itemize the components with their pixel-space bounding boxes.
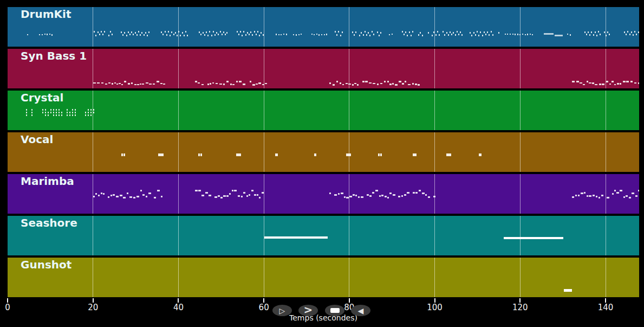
note-mark xyxy=(101,193,102,194)
note-mark xyxy=(418,84,420,86)
track-label: Marimba xyxy=(21,175,74,188)
note-mark xyxy=(378,153,380,156)
track-notes-layer xyxy=(8,49,639,88)
note-mark xyxy=(473,32,474,34)
gridline xyxy=(520,7,521,47)
note-mark xyxy=(137,84,139,85)
axis-tick xyxy=(349,298,350,303)
note-mark xyxy=(409,31,410,33)
note-mark xyxy=(136,34,138,36)
note-mark xyxy=(346,153,351,156)
note-mark xyxy=(555,35,563,36)
track-vocal: Vocal xyxy=(8,132,639,172)
note-mark xyxy=(507,34,508,35)
note-mark xyxy=(346,83,348,84)
note-mark xyxy=(392,34,393,35)
note-mark xyxy=(589,82,591,84)
note-mark xyxy=(67,114,68,116)
gridline xyxy=(264,216,264,255)
note-mark xyxy=(412,83,414,85)
note-mark xyxy=(334,194,337,196)
gridline xyxy=(93,216,93,255)
note-mark xyxy=(415,192,418,194)
stop-icon xyxy=(330,308,340,313)
axis-tick-label: 60 xyxy=(253,303,275,312)
note-mark xyxy=(259,197,261,198)
note-mark xyxy=(157,81,159,82)
note-mark xyxy=(419,190,421,191)
note-mark xyxy=(110,31,111,33)
note-mark xyxy=(95,193,97,195)
note-mark xyxy=(61,112,62,113)
fast-forward-button[interactable]: > xyxy=(298,305,318,316)
note-mark xyxy=(362,81,365,82)
note-mark xyxy=(209,195,211,196)
note-mark xyxy=(572,196,574,198)
note-mark xyxy=(124,32,125,34)
note-mark xyxy=(75,114,76,116)
note-mark xyxy=(439,34,440,36)
note-mark xyxy=(408,84,411,85)
note-mark xyxy=(314,34,315,35)
gridline xyxy=(520,216,521,255)
note-mark xyxy=(177,35,178,36)
note-mark xyxy=(614,84,616,85)
note-mark xyxy=(359,35,360,36)
note-mark xyxy=(212,82,214,84)
note-mark xyxy=(589,34,590,36)
note-mark xyxy=(407,192,409,194)
note-mark xyxy=(141,32,142,34)
gridline xyxy=(178,132,179,172)
note-mark xyxy=(510,34,511,35)
note-mark xyxy=(353,194,355,196)
note-mark xyxy=(398,196,400,197)
note-mark xyxy=(377,84,379,85)
track-gunshot: Gunshot xyxy=(8,258,639,297)
note-mark xyxy=(165,31,166,33)
note-mark xyxy=(251,190,253,191)
note-mark xyxy=(587,81,588,82)
axis-tick xyxy=(178,298,179,303)
gridline xyxy=(606,132,606,172)
note-mark xyxy=(627,31,628,33)
note-mark xyxy=(446,153,451,156)
gridline xyxy=(349,174,349,214)
note-mark xyxy=(530,34,531,35)
play-button[interactable]: ▷ xyxy=(272,305,292,316)
note-mark xyxy=(479,153,482,156)
rewind-button[interactable]: ◀ xyxy=(351,305,370,316)
note-mark xyxy=(198,82,200,84)
note-mark xyxy=(88,114,89,116)
note-mark xyxy=(599,84,601,85)
note-mark xyxy=(31,112,32,113)
track-label: Gunshot xyxy=(21,258,71,271)
gridline xyxy=(264,7,264,47)
note-mark xyxy=(636,34,637,35)
note-mark xyxy=(97,82,100,84)
note-mark xyxy=(365,31,366,33)
note-mark xyxy=(451,34,452,35)
note-mark xyxy=(225,34,226,35)
note-mark xyxy=(515,34,516,35)
note-mark xyxy=(42,112,43,113)
note-mark xyxy=(173,34,174,35)
note-mark xyxy=(318,34,320,36)
note-mark xyxy=(42,34,43,35)
note-mark xyxy=(161,196,162,197)
note-mark xyxy=(210,83,211,85)
note-mark xyxy=(144,34,145,36)
note-mark xyxy=(219,84,222,85)
note-mark xyxy=(108,82,110,84)
note-mark xyxy=(606,35,607,36)
note-mark xyxy=(437,31,438,33)
note-mark xyxy=(67,112,68,113)
note-mark xyxy=(93,109,94,111)
note-mark xyxy=(407,35,408,36)
note-mark xyxy=(182,32,183,34)
gridline xyxy=(434,132,435,172)
note-mark xyxy=(544,33,554,35)
note-mark xyxy=(377,31,378,33)
note-mark xyxy=(232,190,233,191)
note-mark xyxy=(387,197,389,198)
stop-button[interactable] xyxy=(325,305,344,316)
